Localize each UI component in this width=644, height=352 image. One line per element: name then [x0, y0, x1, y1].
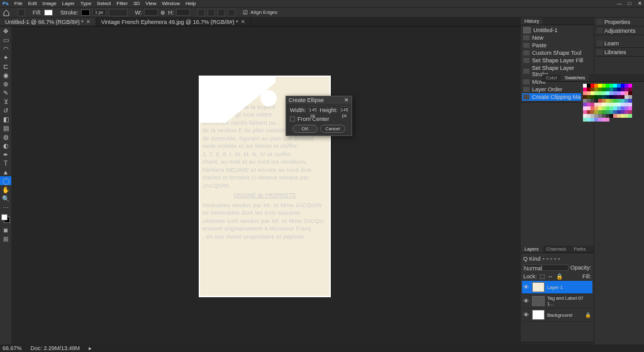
tab-vintage[interactable]: Vintage French Ephemera 49.jpg @ 16.7% (…	[96, 18, 251, 26]
height-input[interactable]: 145 px	[340, 106, 349, 113]
learn-panel-tab[interactable]: Learn	[594, 39, 644, 48]
menu-image[interactable]: Image	[42, 1, 56, 6]
home-icon[interactable]	[3, 9, 10, 16]
cancel-button[interactable]: Cancel	[320, 125, 345, 133]
history-item[interactable]: New	[532, 35, 543, 41]
history-doc-title[interactable]: Untitled-1	[533, 27, 558, 33]
menu-window[interactable]: Window	[162, 1, 180, 6]
zoom-level[interactable]: 66.67%	[3, 345, 22, 351]
filter-icon[interactable]: ▫	[547, 256, 548, 262]
edit-toolbar[interactable]: ⋯	[0, 203, 11, 212]
libraries-panel-tab[interactable]: Libraries	[594, 48, 644, 57]
canvas-area[interactable]: soixante dix huit. de terrain de forme i…	[11, 26, 521, 344]
menu-filter[interactable]: Filter	[116, 1, 128, 6]
lock-position-icon[interactable]: ↔	[548, 273, 553, 280]
width-field[interactable]	[144, 9, 158, 16]
swatch-item[interactable]	[628, 114, 632, 118]
shape-preset[interactable]	[18, 9, 25, 16]
stamp-tool[interactable]: ⊻	[0, 97, 11, 106]
tab-close-icon[interactable]: ✕	[86, 19, 91, 25]
layer-kind[interactable]: Q Kind	[523, 256, 541, 262]
marquee-tool[interactable]: ▭	[0, 35, 11, 44]
zoom-tool[interactable]: 🔍	[0, 194, 11, 203]
pen-tool[interactable]: ✒	[0, 150, 11, 159]
layer-row[interactable]: 👁Layer 1	[522, 281, 592, 294]
layer-thumb[interactable]	[532, 282, 545, 292]
menu-layer[interactable]: Layer	[62, 1, 75, 6]
tab-untitled[interactable]: Untitled-1 @ 66.7% (RGB/8#) *✕	[0, 18, 96, 26]
move-tool[interactable]: ✥	[0, 26, 11, 35]
shape-tool[interactable]: ◯	[0, 176, 11, 185]
ellipse-shape[interactable]	[260, 90, 277, 106]
from-center-checkbox[interactable]	[290, 116, 295, 122]
filter-icon[interactable]: ▫	[550, 256, 552, 262]
history-item[interactable]: Paste	[532, 42, 547, 48]
layer-name[interactable]: Background	[547, 312, 572, 318]
doc-size[interactable]: Doc: 2.29M/13.48M	[31, 345, 80, 351]
layer-thumb[interactable]	[532, 296, 545, 306]
layer-row[interactable]: 👁Tag and Label 07 1...	[522, 294, 592, 309]
menu-select[interactable]: Select	[97, 1, 111, 6]
history-item[interactable]: Create Clipping Mask	[532, 94, 586, 100]
status-arrow-icon[interactable]: ▸	[89, 345, 92, 351]
brush-tool[interactable]: ✎	[0, 88, 11, 97]
menu-help[interactable]: Help	[186, 1, 196, 6]
layer-name[interactable]: Tag and Label 07 1...	[547, 295, 591, 307]
dialog-close-icon[interactable]: ✕	[344, 97, 349, 103]
color-tab[interactable]: Color	[542, 74, 561, 81]
swatch-item[interactable]	[606, 118, 609, 122]
filter-icon[interactable]: ▫	[554, 256, 556, 262]
layers-tab[interactable]: Layers	[521, 246, 543, 253]
quickmask-tool[interactable]: ◙	[0, 225, 11, 234]
height-field[interactable]	[176, 9, 190, 16]
color-picker[interactable]	[0, 213, 11, 225]
type-tool[interactable]: T	[0, 159, 11, 167]
gear-icon[interactable]	[228, 9, 235, 16]
paths-tab[interactable]: Paths	[570, 246, 589, 253]
visibility-icon[interactable]: 👁	[523, 298, 530, 304]
tab-close-icon[interactable]: ✕	[241, 19, 245, 25]
swatches-tab[interactable]: Swatches	[561, 74, 589, 81]
stroke-swatch[interactable]	[81, 9, 90, 16]
path-select-tool[interactable]: ▲	[0, 167, 11, 176]
history-brush-tool[interactable]: ↺	[0, 106, 11, 115]
screenmode-tool[interactable]: ⊞	[0, 234, 11, 243]
layer-thumb[interactable]	[532, 310, 545, 320]
history-item[interactable]: Layer Order	[532, 86, 562, 93]
blur-tool[interactable]: ◍	[0, 132, 11, 141]
close-button[interactable]: ✕	[636, 0, 643, 6]
blend-mode-select[interactable]: Normal	[523, 264, 569, 271]
crop-tool[interactable]: ⊏	[0, 62, 11, 71]
filter-icon[interactable]: ▫	[558, 256, 560, 262]
history-tab[interactable]: History	[521, 18, 543, 25]
eraser-tool[interactable]: ◧	[0, 115, 11, 123]
gradient-tool[interactable]: ▤	[0, 123, 11, 132]
hand-tool[interactable]: ✋	[0, 185, 11, 194]
maximize-button[interactable]: □	[626, 0, 633, 6]
fg-color[interactable]	[1, 214, 8, 220]
visibility-icon[interactable]: 👁	[523, 312, 530, 318]
fill-swatch[interactable]	[44, 9, 53, 16]
history-item[interactable]: Set Shape Layer Fill	[532, 57, 583, 64]
layer-name[interactable]: Layer 1	[547, 285, 563, 290]
stroke-type[interactable]	[109, 9, 128, 16]
stroke-width-field[interactable]: 1 px	[92, 9, 106, 16]
align-edges-checkbox[interactable]: ☑	[243, 9, 248, 16]
lock-all-icon[interactable]: 🔒	[556, 273, 563, 280]
heal-tool[interactable]: ⊕	[0, 79, 11, 88]
align-icon[interactable]	[208, 9, 215, 16]
properties-panel-tab[interactable]: Properties	[594, 18, 644, 26]
channels-tab[interactable]: Channels	[543, 246, 570, 253]
minimize-button[interactable]: —	[616, 0, 623, 6]
menu-view[interactable]: View	[145, 1, 156, 6]
menu-type[interactable]: Type	[80, 1, 91, 6]
menu-edit[interactable]: Edit	[28, 1, 37, 6]
ok-button[interactable]: OK	[292, 125, 318, 133]
filter-icon[interactable]: ▫	[543, 256, 545, 262]
arrange-icon[interactable]	[218, 9, 225, 16]
dodge-tool[interactable]: ◐	[0, 141, 11, 150]
menu-file[interactable]: File	[14, 1, 23, 6]
lock-pixels-icon[interactable]: ⬚	[540, 273, 545, 280]
lasso-tool[interactable]: ◠	[0, 44, 11, 53]
path-op-icon[interactable]	[197, 9, 205, 16]
